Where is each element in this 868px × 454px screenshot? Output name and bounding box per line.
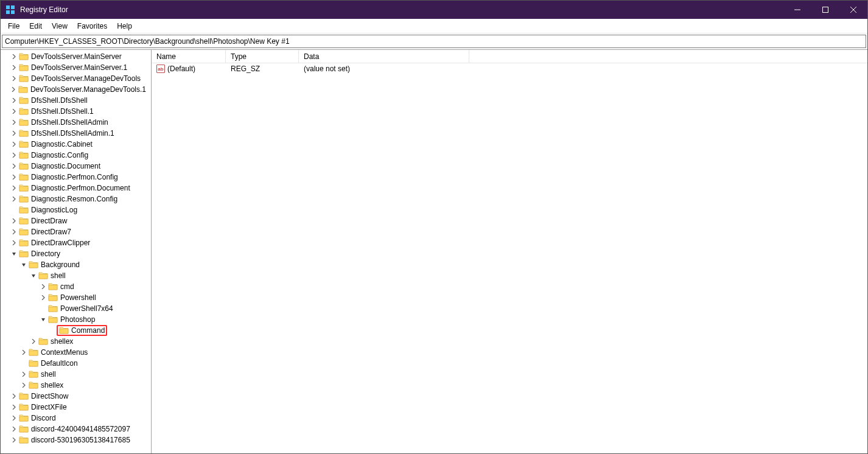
tree-node[interactable]: discord-424004941485572097 xyxy=(1,424,151,435)
tree-node[interactable]: DiagnosticLog xyxy=(1,204,151,215)
chevron-right-icon[interactable] xyxy=(10,162,18,170)
chevron-right-icon[interactable] xyxy=(10,393,18,400)
chevron-right-icon[interactable] xyxy=(10,86,17,93)
tree-node[interactable]: DefaultIcon xyxy=(1,358,151,369)
tree-node[interactable]: Diagnostic.Config xyxy=(1,150,151,161)
chevron-right-icon[interactable] xyxy=(10,173,18,181)
tree-node[interactable]: Diagnostic.Perfmon.Config xyxy=(1,172,151,183)
chevron-right-icon[interactable] xyxy=(10,64,18,71)
tree-node[interactable]: DirectDraw7 xyxy=(1,226,151,237)
chevron-right-icon[interactable] xyxy=(10,228,18,236)
chevron-right-icon[interactable] xyxy=(40,294,47,301)
tree-node[interactable]: Photoshop xyxy=(1,314,151,325)
highlighted-node: Command xyxy=(57,325,107,336)
tree-node[interactable]: DirectShow xyxy=(1,391,151,402)
tree-node[interactable]: Diagnostic.Resmon.Config xyxy=(1,194,151,204)
menu-favorites[interactable]: Favorites xyxy=(72,20,112,32)
tree-node[interactable]: Command xyxy=(1,325,151,336)
folder-icon xyxy=(29,348,38,357)
chevron-right-icon[interactable] xyxy=(10,403,18,411)
address-text: Computer\HKEY_CLASSES_ROOT\Directory\Bac… xyxy=(5,37,290,46)
tree-node[interactable]: Diagnostic.Cabinet xyxy=(1,139,151,150)
chevron-right-icon[interactable] xyxy=(10,97,18,104)
tree-node[interactable]: Background xyxy=(1,259,151,270)
minimize-button[interactable] xyxy=(783,1,811,19)
folder-icon xyxy=(19,52,29,61)
chevron-right-icon[interactable] xyxy=(10,414,18,422)
tree-node[interactable]: shellex xyxy=(1,380,151,391)
tree-panel[interactable]: DevToolsServer.MainServerDevToolsServer.… xyxy=(1,50,152,453)
tree-node-label: Diagnostic.Cabinet xyxy=(31,140,93,148)
tree-node[interactable]: DirectDraw xyxy=(1,215,151,226)
tree-node[interactable]: Directory xyxy=(1,248,151,259)
chevron-right-icon[interactable] xyxy=(10,119,18,126)
tree-node[interactable]: cmd xyxy=(1,281,151,292)
svg-rect-3 xyxy=(11,10,15,14)
tree-node-label: DevToolsServer.ManageDevTools.1 xyxy=(30,85,146,94)
app-icon xyxy=(5,5,15,15)
tree-node[interactable]: shell xyxy=(1,369,151,380)
tree-node-label: discord-424004941485572097 xyxy=(31,425,130,433)
tree-node[interactable]: discord-530196305138417685 xyxy=(1,435,151,445)
chevron-right-icon[interactable] xyxy=(10,141,18,148)
tree-node[interactable]: Diagnostic.Document xyxy=(1,161,151,172)
tree-node[interactable]: DfsShell.DfsShell xyxy=(1,95,151,106)
folder-icon xyxy=(19,63,29,72)
chevron-down-icon[interactable] xyxy=(30,272,37,279)
tree-node[interactable]: ContextMenus xyxy=(1,347,151,358)
tree-node[interactable]: DfsShell.DfsShell.1 xyxy=(1,106,151,117)
chevron-down-icon[interactable] xyxy=(20,261,27,268)
tree-node[interactable]: Diagnostic.Perfmon.Document xyxy=(1,183,151,194)
maximize-button[interactable] xyxy=(811,1,839,19)
chevron-right-icon[interactable] xyxy=(20,349,27,356)
tree-node[interactable]: Powershell xyxy=(1,292,151,303)
tree-node[interactable]: DevToolsServer.MainServer.1 xyxy=(1,62,151,73)
chevron-right-icon[interactable] xyxy=(10,195,18,203)
chevron-right-icon[interactable] xyxy=(10,130,18,137)
chevron-right-icon[interactable] xyxy=(20,371,27,378)
tree-node-label: DevToolsServer.MainServer.1 xyxy=(31,63,127,72)
chevron-right-icon[interactable] xyxy=(10,217,18,225)
tree-node[interactable]: DevToolsServer.ManageDevTools.1 xyxy=(1,84,151,95)
column-name[interactable]: Name xyxy=(152,50,226,63)
tree-node[interactable]: DfsShell.DfsShellAdmin.1 xyxy=(1,128,151,139)
menu-file[interactable]: File xyxy=(3,20,24,32)
menu-view[interactable]: View xyxy=(47,20,72,32)
value-row[interactable]: ab(Default)REG_SZ(value not set) xyxy=(152,63,867,74)
chevron-right-icon[interactable] xyxy=(30,338,37,345)
chevron-right-icon[interactable] xyxy=(20,382,27,389)
tree-node[interactable]: DfsShell.DfsShellAdmin xyxy=(1,117,151,128)
tree-node-label: Diagnostic.Resmon.Config xyxy=(31,195,117,203)
chevron-right-icon[interactable] xyxy=(10,108,18,115)
chevron-right-icon[interactable] xyxy=(10,152,18,159)
folder-icon xyxy=(19,162,29,170)
chevron-right-icon[interactable] xyxy=(10,425,18,433)
folder-icon xyxy=(19,239,29,247)
chevron-right-icon[interactable] xyxy=(10,184,18,192)
list-panel[interactable]: Name Type Data ab(Default)REG_SZ(value n… xyxy=(152,50,867,453)
chevron-right-icon[interactable] xyxy=(10,239,18,246)
column-type[interactable]: Type xyxy=(226,50,299,63)
chevron-down-icon[interactable] xyxy=(10,250,18,257)
close-button[interactable] xyxy=(839,1,867,19)
chevron-right-icon[interactable] xyxy=(10,75,18,82)
tree-node[interactable]: shellex xyxy=(1,336,151,347)
folder-icon xyxy=(19,96,29,105)
chevron-right-icon[interactable] xyxy=(40,283,47,290)
chevron-right-icon[interactable] xyxy=(10,53,18,60)
chevron-down-icon[interactable] xyxy=(40,316,47,323)
address-bar[interactable]: Computer\HKEY_CLASSES_ROOT\Directory\Bac… xyxy=(2,35,866,48)
menu-help[interactable]: Help xyxy=(112,20,137,32)
value-data-cell: (value not set) xyxy=(299,65,469,73)
titlebar[interactable]: Registry Editor xyxy=(1,1,867,19)
tree-node[interactable]: DevToolsServer.MainServer xyxy=(1,51,151,62)
tree-node[interactable]: Discord xyxy=(1,413,151,424)
chevron-right-icon[interactable] xyxy=(10,436,18,444)
tree-node[interactable]: DirectXFile xyxy=(1,402,151,413)
column-data[interactable]: Data xyxy=(299,50,469,63)
tree-node[interactable]: DirectDrawClipper xyxy=(1,237,151,248)
menu-edit[interactable]: Edit xyxy=(24,20,47,32)
tree-node[interactable]: shell xyxy=(1,270,151,281)
tree-node[interactable]: PowerShell7x64 xyxy=(1,303,151,314)
tree-node[interactable]: DevToolsServer.ManageDevTools xyxy=(1,73,151,84)
